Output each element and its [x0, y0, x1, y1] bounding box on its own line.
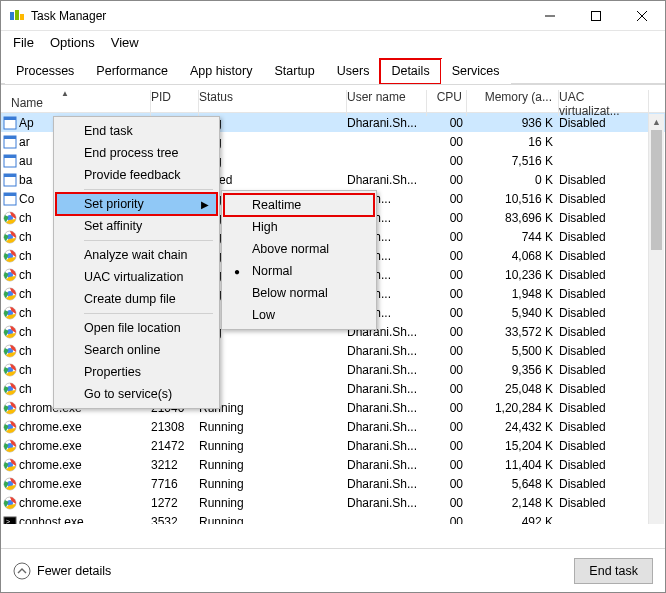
ctx-properties[interactable]: Properties	[56, 361, 217, 383]
cell-memory: 5,500 K	[467, 344, 559, 358]
cell-memory: 1,948 K	[467, 287, 559, 301]
priority-normal-label: Normal	[252, 264, 292, 278]
maximize-button[interactable]	[573, 1, 619, 31]
priority-above-normal[interactable]: Above normal	[224, 238, 374, 260]
ctx-set-affinity[interactable]: Set affinity	[56, 215, 217, 237]
ctx-create-dump-file[interactable]: Create dump file	[56, 288, 217, 310]
close-button[interactable]	[619, 1, 665, 31]
cell-cpu: 00	[427, 496, 467, 510]
tab-processes[interactable]: Processes	[5, 59, 85, 84]
table-row[interactable]: chrome.exe21308RunningDharani.Sh...0024,…	[1, 417, 665, 436]
table-row[interactable]: >_conhost.exe3532Running00492 K	[1, 512, 665, 524]
cell-memory: 4,068 K	[467, 249, 559, 263]
vertical-scrollbar[interactable]: ▲	[648, 114, 664, 524]
menubar: File Options View	[1, 31, 665, 56]
tab-users[interactable]: Users	[326, 59, 381, 84]
cell-memory: 25,048 K	[467, 382, 559, 396]
ctx-go-to-services[interactable]: Go to service(s)	[56, 383, 217, 405]
table-row[interactable]: chrome.exe3212RunningDharani.Sh...0011,4…	[1, 455, 665, 474]
cell-user: Dharani.Sh...	[347, 344, 427, 358]
process-icon	[1, 192, 19, 206]
scroll-thumb[interactable]	[651, 130, 662, 250]
priority-normal[interactable]: ● Normal	[224, 260, 374, 282]
cell-status: Running	[199, 401, 347, 415]
priority-high[interactable]: High	[224, 216, 374, 238]
tab-details[interactable]: Details	[380, 59, 440, 84]
column-name-label: Name	[11, 96, 43, 110]
ctx-analyze-wait-chain[interactable]: Analyze wait chain	[56, 244, 217, 266]
process-icon	[1, 230, 19, 244]
cell-pid: 1272	[151, 496, 199, 510]
cell-memory: 83,696 K	[467, 211, 559, 225]
menu-view[interactable]: View	[111, 35, 139, 50]
cell-memory: 1,20,284 K	[467, 401, 559, 415]
cell-uac: Disabled	[559, 439, 649, 453]
tab-startup[interactable]: Startup	[263, 59, 325, 84]
cell-status: Running	[199, 458, 347, 472]
column-uac[interactable]: UAC virtualizat...	[559, 90, 649, 116]
tab-performance[interactable]: Performance	[85, 59, 179, 84]
menu-options[interactable]: Options	[50, 35, 95, 50]
cell-uac: Disabled	[559, 420, 649, 434]
cell-status: Running	[199, 477, 347, 491]
end-task-button[interactable]: End task	[574, 558, 653, 584]
chevron-up-icon	[13, 562, 31, 580]
column-memory[interactable]: Memory (a...	[467, 90, 559, 116]
cell-user: Dharani.Sh...	[347, 116, 427, 130]
cell-cpu: 00	[427, 515, 467, 525]
tab-services[interactable]: Services	[441, 59, 511, 84]
ctx-open-file-location[interactable]: Open file location	[56, 317, 217, 339]
cell-uac: Disabled	[559, 382, 649, 396]
cell-uac: Disabled	[559, 477, 649, 491]
ctx-set-priority[interactable]: Set priority ▶	[56, 193, 217, 215]
menu-file[interactable]: File	[13, 35, 34, 50]
column-status[interactable]: Status	[199, 90, 347, 116]
cell-memory: 744 K	[467, 230, 559, 244]
svg-rect-10	[4, 136, 16, 139]
minimize-button[interactable]	[527, 1, 573, 31]
process-icon	[1, 325, 19, 339]
cell-status: Running	[199, 496, 347, 510]
column-pid[interactable]: PID	[151, 90, 199, 116]
ctx-end-process-tree[interactable]: End process tree	[56, 142, 217, 164]
table-row[interactable]: chrome.exe21472RunningDharani.Sh...0015,…	[1, 436, 665, 455]
process-icon	[1, 458, 19, 472]
fewer-details-button[interactable]: Fewer details	[13, 562, 111, 580]
svg-point-53	[14, 563, 30, 579]
cell-user: Dharani.Sh...	[347, 363, 427, 377]
ctx-search-online[interactable]: Search online	[56, 339, 217, 361]
cell-memory: 10,236 K	[467, 268, 559, 282]
submenu-arrow-icon: ▶	[201, 199, 209, 210]
table-row[interactable]: chrome.exe1272RunningDharani.Sh...002,14…	[1, 493, 665, 512]
cell-uac: Disabled	[559, 116, 649, 130]
process-icon	[1, 363, 19, 377]
ctx-uac-virtualization[interactable]: UAC virtualization	[56, 266, 217, 288]
ctx-provide-feedback[interactable]: Provide feedback	[56, 164, 217, 186]
cell-uac: Disabled	[559, 363, 649, 377]
table-row[interactable]: chrome.exe7716RunningDharani.Sh...005,64…	[1, 474, 665, 493]
cell-pid: 3532	[151, 515, 199, 525]
priority-realtime[interactable]: Realtime	[224, 194, 374, 216]
cell-uac: Disabled	[559, 401, 649, 415]
svg-rect-1	[15, 10, 19, 20]
column-cpu[interactable]: CPU	[427, 90, 467, 116]
separator	[84, 189, 213, 190]
cell-memory: 33,572 K	[467, 325, 559, 339]
column-name[interactable]: Name ▲	[1, 90, 151, 116]
column-user[interactable]: User name	[347, 90, 427, 116]
cell-uac: Disabled	[559, 268, 649, 282]
cell-status: ended	[199, 173, 347, 187]
cell-uac: Disabled	[559, 173, 649, 187]
priority-below-normal[interactable]: Below normal	[224, 282, 374, 304]
cell-memory: 10,516 K	[467, 192, 559, 206]
scroll-up-icon[interactable]: ▲	[649, 114, 664, 130]
process-icon	[1, 477, 19, 491]
cell-name: chrome.exe	[19, 458, 151, 472]
cell-cpu: 00	[427, 325, 467, 339]
ctx-end-task[interactable]: End task	[56, 120, 217, 142]
priority-submenu: Realtime High Above normal ● Normal Belo…	[221, 190, 377, 330]
priority-low[interactable]: Low	[224, 304, 374, 326]
cell-status: Running	[199, 515, 347, 525]
cell-cpu: 00	[427, 173, 467, 187]
tab-app-history[interactable]: App history	[179, 59, 264, 84]
